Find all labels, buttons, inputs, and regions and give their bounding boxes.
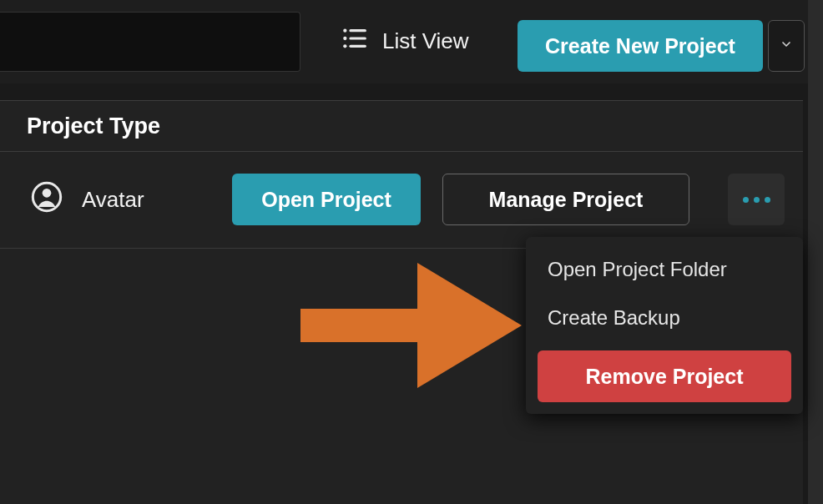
list-view-label: List View [382, 28, 469, 54]
more-options-button[interactable] [728, 174, 785, 225]
menu-item-label: Open Project Folder [548, 258, 727, 281]
create-new-project-label: Create New Project [545, 34, 735, 58]
menu-item-label: Create Backup [548, 306, 680, 330]
open-project-button[interactable]: Open Project [232, 174, 421, 225]
open-project-label: Open Project [261, 188, 391, 212]
dots-icon [743, 197, 749, 203]
toolbar: List View Create New Project [0, 0, 808, 83]
project-type-value: Avatar [82, 187, 144, 213]
dots-icon [765, 197, 770, 203]
create-dropdown-button[interactable] [768, 20, 805, 72]
svg-point-7 [43, 189, 52, 198]
search-input[interactable] [0, 12, 300, 72]
menu-open-project-folder[interactable]: Open Project Folder [526, 245, 803, 294]
project-type-cell: Avatar [30, 180, 144, 219]
more-options-menu: Open Project Folder Create Backup Remove… [526, 237, 803, 414]
svg-point-4 [343, 44, 346, 48]
chevron-down-icon [780, 38, 793, 54]
list-view-toggle[interactable]: List View [341, 25, 469, 58]
project-type-header: Project Type [27, 113, 160, 139]
list-icon [341, 25, 367, 58]
svg-point-2 [343, 37, 346, 40]
manage-project-button[interactable]: Manage Project [442, 174, 689, 225]
menu-remove-project[interactable]: Remove Project [538, 350, 791, 402]
dots-icon [754, 197, 760, 203]
menu-create-backup[interactable]: Create Backup [526, 294, 803, 342]
avatar-icon [30, 180, 63, 219]
create-new-project-button[interactable]: Create New Project [518, 20, 763, 72]
scrollbar[interactable] [808, 0, 823, 504]
column-header-row: Project Type [0, 100, 803, 152]
project-row: Avatar Open Project Manage Project [0, 152, 803, 249]
svg-point-0 [343, 29, 346, 33]
menu-item-label: Remove Project [586, 365, 744, 389]
manage-project-label: Manage Project [489, 188, 644, 212]
